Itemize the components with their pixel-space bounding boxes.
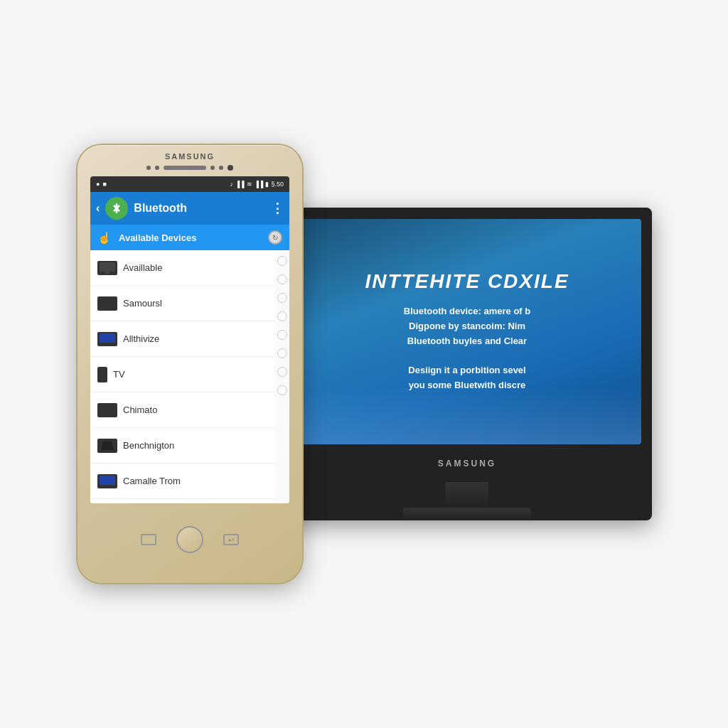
tv-icon-3: [97, 439, 117, 453]
tv-screen-clouds: [293, 387, 641, 444]
status-left: ● ■: [96, 181, 107, 188]
svg-rect-4: [100, 333, 115, 343]
tv-icon-2: [97, 296, 117, 311]
sensor-dot-3: [210, 166, 215, 170]
phone-device: SAMSUNG ● ■ ♪ ▐▐ ≋: [76, 144, 304, 584]
tv-screen-title: INTTEHITE CDXILE: [365, 270, 569, 293]
device-name-tv: TV: [113, 369, 268, 380]
sensor-dot-1: [146, 166, 151, 170]
touch-icon: ☝: [97, 231, 112, 245]
tv-body-line-5: you some Bluetwith discre: [409, 380, 526, 390]
tv-body-line-1: Bluetooth device: amere of b: [404, 306, 530, 316]
scroll-indicator-1: [277, 256, 287, 266]
tv-stand-base: [403, 508, 531, 520]
monitor-icon-3: [97, 474, 117, 488]
available-devices-label: Available Devices: [119, 232, 261, 243]
device-item-allthivize[interactable]: Allthivize: [90, 321, 275, 357]
available-devices-bar: ☝ Available Devices ↻: [90, 225, 289, 250]
back-button[interactable]: ‹: [96, 202, 100, 215]
overflow-menu-icon[interactable]: ⋮: [271, 200, 284, 216]
svg-marker-3: [100, 298, 115, 308]
front-camera: [228, 165, 233, 171]
tv-screen-body: Bluetooth device: amere of b Digpone by …: [365, 304, 569, 393]
svg-rect-6: [100, 405, 115, 414]
tv-stand-neck: [446, 482, 488, 508]
bluetooth-title: Bluetooth: [134, 202, 265, 215]
scroll-indicator-6: [277, 348, 287, 358]
device-item-benchnigton[interactable]: Benchnigton: [90, 428, 275, 464]
refresh-icon[interactable]: ↻: [268, 230, 282, 245]
monitor-icon-2: [97, 403, 117, 417]
tv-body-line-3: Bluetooth buyles and Clear: [407, 336, 527, 346]
svg-rect-7: [105, 414, 109, 416]
bluetooth-header: ‹ Bluetooth ⋮: [90, 192, 289, 225]
speaker-grille: [164, 166, 206, 170]
tv-screen: INTTEHITE CDXILE Bluetooth device: amere…: [293, 219, 641, 444]
scroll-indicators: [275, 250, 289, 503]
tv-bezel-bottom: SAMSUNG: [282, 444, 652, 483]
status-right: ♪ ▐▐ ≋ ▐▐ ▮ §.50: [230, 181, 284, 188]
device-item-tv[interactable]: TV: [90, 357, 275, 392]
wifi-icon: ≋: [247, 181, 252, 188]
battery-icon: ▮: [265, 181, 269, 188]
svg-rect-2: [105, 272, 109, 274]
svg-rect-5: [105, 343, 109, 345]
phone-screen: ● ■ ♪ ▐▐ ≋ ▐▐ ▮ §.50 ‹: [90, 176, 289, 503]
device-name-chimato: Chimato: [123, 405, 268, 415]
scroll-indicator-5: [277, 330, 287, 340]
scroll-indicator-7: [277, 367, 287, 377]
device-item-camalle-trom[interactable]: Camalle Trom: [90, 464, 275, 499]
main-scene: SAMSUNG ● ■ ♪ ▐▐ ≋: [0, 0, 728, 728]
bluetooth-app-icon: [105, 197, 128, 220]
device-item-availlable[interactable]: Availlable: [90, 250, 275, 286]
tv-content: INTTEHITE CDXILE Bluetooth device: amere…: [365, 270, 569, 393]
bluetooth-icon: ●: [96, 181, 100, 188]
tv-body-line-2: Digpone by stancoim: Nim: [409, 321, 525, 331]
tv-brand: SAMSUNG: [438, 459, 496, 469]
device-name-camalle-trom: Camalle Trom: [123, 476, 268, 486]
scroll-indicator-8: [277, 385, 287, 395]
tv-device: INTTEHITE CDXILE Bluetooth device: amere…: [282, 208, 652, 520]
tv-icon-1: [97, 261, 117, 275]
device-name-availlable: Availlable: [123, 262, 268, 273]
mic-icon: ♪: [230, 181, 233, 188]
device-list: Availlable Samoursl Allthivize: [90, 250, 289, 503]
svg-marker-8: [101, 441, 114, 450]
status-bar: ● ■ ♪ ▐▐ ≋ ▐▐ ▮ §.50: [90, 176, 289, 192]
signal-bars-2: ▐▐: [255, 181, 264, 188]
svg-rect-9: [100, 476, 115, 485]
svg-rect-1: [100, 262, 115, 272]
phone-brand: SAMSUNG: [165, 152, 215, 161]
scroll-indicator-3: [277, 293, 287, 303]
battery-level: §.50: [271, 181, 284, 188]
nav-buttons: ↩: [141, 526, 239, 553]
back-nav-button[interactable]: ↩: [223, 534, 239, 545]
sensor-dot-4: [219, 166, 223, 170]
sensor-dot-2: [155, 166, 159, 170]
phone-bottom-bezel: ↩: [77, 503, 302, 583]
phone-top-bezel: SAMSUNG: [77, 145, 302, 176]
device-items-container: Availlable Samoursl Allthivize: [90, 250, 275, 503]
device-name-allthivize: Allthivize: [123, 333, 268, 344]
svg-rect-10: [105, 485, 109, 487]
device-item-chimato[interactable]: Chimato: [90, 392, 275, 428]
notification-icon: ■: [102, 181, 106, 188]
scroll-indicator-4: [277, 311, 287, 321]
phone-icon-1: [97, 367, 107, 382]
phone-sensors: [146, 165, 233, 171]
scroll-indicator-2: [277, 274, 287, 284]
device-name-benchnigton: Benchnigton: [123, 440, 268, 451]
device-name-samoursl: Samoursl: [123, 298, 268, 309]
signal-bars: ▐▐: [235, 181, 245, 188]
tv-body-line-4: Desiign it a porbition sevel: [408, 365, 525, 375]
device-item-samoursl[interactable]: Samoursl: [90, 286, 275, 321]
monitor-icon-1: [97, 332, 117, 346]
recent-apps-button[interactable]: [141, 534, 156, 545]
home-button[interactable]: [176, 526, 203, 553]
